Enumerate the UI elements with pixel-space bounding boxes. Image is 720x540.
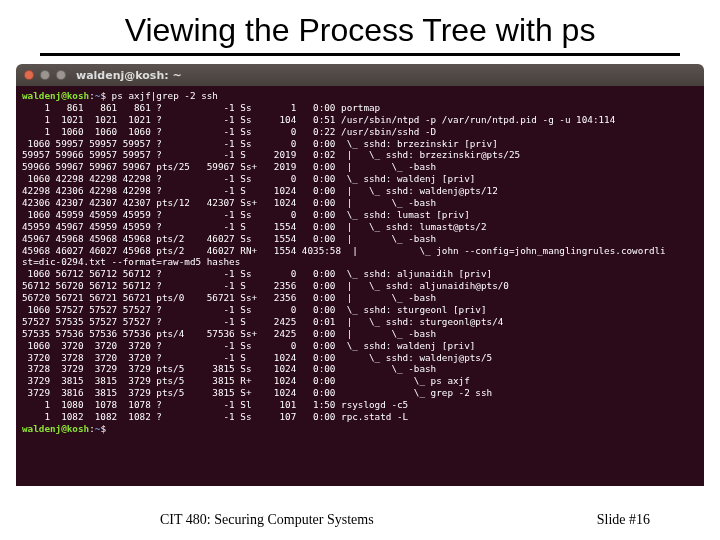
terminal-output-line: 3728 3729 3729 3729 pts/5 3815 Ss 1024 0…	[22, 363, 698, 375]
terminal-output-line: 59966 59967 59967 59967 pts/25 59967 Ss+…	[22, 161, 698, 173]
footer-slide-number: Slide #16	[597, 512, 650, 528]
terminal-output-line: 56720 56721 56721 56721 pts/0 56721 Ss+ …	[22, 292, 698, 304]
terminal-output-line: 1060 3720 3720 3720 ? -1 Ss 0 0:00 \_ ss…	[22, 340, 698, 352]
terminal-output-line: 3720 3728 3720 3720 ? -1 S 1024 0:00 \_ …	[22, 352, 698, 364]
prompt-symbol: $	[100, 423, 111, 434]
footer-course: CIT 480: Securing Computer Systems	[160, 512, 374, 528]
terminal-output-line: 1060 42298 42298 42298 ? -1 Ss 0 0:00 \_…	[22, 173, 698, 185]
maximize-icon[interactable]	[56, 70, 66, 80]
prompt-user: waldenj@kosh	[22, 423, 89, 434]
terminal-output-line: 1 1080 1078 1078 ? -1 Sl 101 1:50 rsyslo…	[22, 399, 698, 411]
slide-footer: CIT 480: Securing Computer Systems Slide…	[0, 512, 720, 528]
terminal-output-line: 1 861 861 861 ? -1 Ss 1 0:00 portmap	[22, 102, 698, 114]
terminal-output-line: 3729 3816 3815 3729 pts/5 3815 S+ 1024 0…	[22, 387, 698, 399]
minimize-icon[interactable]	[40, 70, 50, 80]
terminal-output-line: 56712 56720 56712 56712 ? -1 S 2356 0:00…	[22, 280, 698, 292]
terminal-output-line: 45959 45967 45959 45959 ? -1 S 1554 0:00…	[22, 221, 698, 233]
terminal-output-line: 1060 59957 59957 59957 ? -1 Ss 0 0:00 \_…	[22, 138, 698, 150]
slide-title: Viewing the Process Tree with ps	[0, 0, 720, 51]
prompt-symbol: $	[100, 90, 111, 101]
terminal-output-line: 45968 46027 46027 45968 pts/2 46027 RN+ …	[22, 245, 698, 257]
terminal-output-line: 45967 45968 45968 45968 pts/2 46027 Ss 1…	[22, 233, 698, 245]
title-underline	[40, 53, 680, 56]
terminal-output-line: 57527 57535 57527 57527 ? -1 S 2425 0:01…	[22, 316, 698, 328]
terminal-output-line: 1 1082 1082 1082 ? -1 Ss 107 0:00 rpc.st…	[22, 411, 698, 423]
terminal-title: waldenj@kosh: ~	[76, 69, 182, 82]
terminal-output-line: 42306 42307 42307 42307 pts/12 42307 Ss+…	[22, 197, 698, 209]
terminal-output-line: 1060 57527 57527 57527 ? -1 Ss 0 0:00 \_…	[22, 304, 698, 316]
terminal-body[interactable]: waldenj@kosh:~$ ps axjf|grep -2 ssh 1 86…	[16, 86, 704, 486]
terminal-output-line: 42298 42306 42298 42298 ? -1 S 1024 0:00…	[22, 185, 698, 197]
prompt-user: waldenj@kosh	[22, 90, 89, 101]
terminal-output-line: 1060 45959 45959 45959 ? -1 Ss 0 0:00 \_…	[22, 209, 698, 221]
terminal-output-line: 57535 57536 57536 57536 pts/4 57536 Ss+ …	[22, 328, 698, 340]
terminal-output-line: 1 1060 1060 1060 ? -1 Ss 0 0:22 /usr/sbi…	[22, 126, 698, 138]
terminal-output-line: 59957 59966 59957 59957 ? -1 S 2019 0:02…	[22, 149, 698, 161]
terminal-output-line: 1 1021 1021 1021 ? -1 Ss 104 0:51 /usr/s…	[22, 114, 698, 126]
terminal-prompt-line: waldenj@kosh:~$	[22, 423, 698, 435]
terminal-command: ps axjf|grep -2 ssh	[112, 90, 218, 101]
terminal-command-line: waldenj@kosh:~$ ps axjf|grep -2 ssh	[22, 90, 698, 102]
close-icon[interactable]	[24, 70, 34, 80]
terminal-titlebar: waldenj@kosh: ~	[16, 64, 704, 86]
terminal-output-line: 1060 56712 56712 56712 ? -1 Ss 0 0:00 \_…	[22, 268, 698, 280]
terminal-window: waldenj@kosh: ~ waldenj@kosh:~$ ps axjf|…	[16, 64, 704, 486]
terminal-output-line: st=dic-0294.txt --format=raw-md5 hashes	[22, 256, 698, 268]
terminal-output-line: 3729 3815 3815 3729 pts/5 3815 R+ 1024 0…	[22, 375, 698, 387]
